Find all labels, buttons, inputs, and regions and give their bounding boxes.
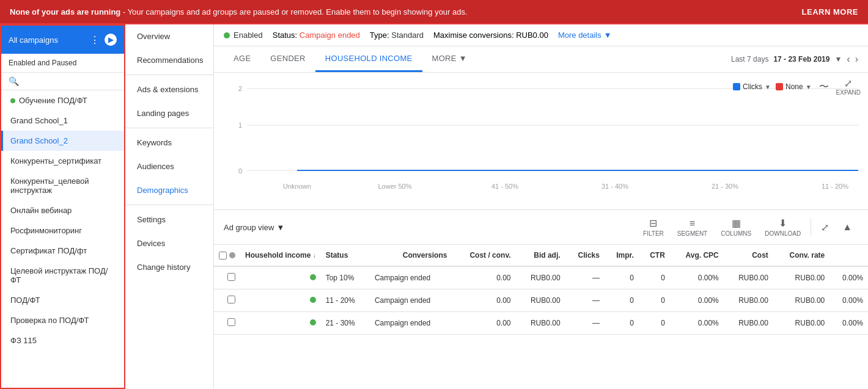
view-selector[interactable]: Ad group view ▼	[224, 223, 284, 232]
th-conv-rate[interactable]: Conv. rate	[773, 245, 829, 266]
chart-area: Clicks ▼ None ▼ 〜 ⤢ EXPAND	[214, 73, 868, 210]
row-cell-8: 0.00%	[829, 266, 868, 289]
more-details-button[interactable]: More details ▼	[558, 31, 612, 40]
th-status[interactable]: Status	[321, 245, 370, 266]
type-label-text: Type: Standard	[370, 31, 424, 40]
table-area: Ad group view ▼ ⊟ FILTER ≡ SEGMENT ▦	[214, 210, 868, 389]
row-cell-5: 0.00%	[670, 289, 724, 312]
date-dropdown-icon[interactable]: ▼	[834, 55, 842, 64]
nav-item-devices[interactable]: Devices	[125, 231, 213, 255]
sidebar-item-rosfin[interactable]: Росфинмониторинг	[1, 220, 124, 241]
learn-more-button[interactable]: LEARN MORE	[802, 7, 858, 16]
chevron-down-icon-more: ▼	[459, 54, 467, 63]
download-button[interactable]: ⬇ DOWNLOAD	[759, 215, 807, 239]
row-cell-7: RUB0.00	[773, 289, 829, 312]
svg-text:2: 2	[238, 85, 242, 92]
prev-date-arrow[interactable]: ‹	[847, 54, 850, 65]
maximize-label-text: Maximise conversions: RUB0.00	[433, 31, 548, 40]
chart-toolbar: Clicks ▼ None ▼ 〜 ⤢ EXPAND	[733, 78, 861, 96]
sidebar-item-fz115[interactable]: ФЗ 115	[1, 330, 124, 351]
sidebar-item-onlayn[interactable]: Онлайн вебинар	[1, 200, 124, 220]
nav-panel: OverviewRecommendationsAds & extensionsL…	[125, 24, 214, 389]
alert-bold: None of your ads are running	[10, 7, 120, 16]
nav-item-keywords[interactable]: Keywords	[125, 131, 213, 155]
row-checkbox-cell[interactable]	[214, 266, 240, 289]
collapse-icon[interactable]: ▶	[105, 34, 117, 46]
row-cell-2: —	[565, 266, 605, 289]
clicks-dropdown-icon[interactable]: ▼	[765, 84, 771, 90]
th-conversions[interactable]: Conversions	[370, 245, 452, 266]
more-options-icon[interactable]: ⋮	[90, 34, 100, 46]
trend-icon[interactable]: 〜	[817, 79, 831, 95]
row-cell-6: RUB0.00	[724, 289, 773, 312]
row-cell-5: 0.00%	[670, 312, 724, 335]
expand-table-button[interactable]: ⤢	[815, 219, 835, 236]
row-cell-2: —	[565, 289, 605, 312]
status-enabled: Enabled	[224, 31, 263, 40]
tab-gender[interactable]: GENDER	[260, 46, 315, 72]
segment-button[interactable]: ≡ SEGMENT	[671, 216, 713, 239]
nav-item-demographics[interactable]: Demographics	[125, 178, 213, 202]
nav-item-audiences[interactable]: Audiences	[125, 155, 213, 178]
sidebar-item-sertifikat[interactable]: Сертификат ПОД/фт	[1, 241, 124, 261]
none-legend[interactable]: None ▼	[776, 82, 812, 91]
row-checkbox[interactable]	[227, 318, 235, 326]
th-bid-adj[interactable]: Bid adj.	[516, 245, 565, 266]
row-checkbox[interactable]	[227, 296, 235, 304]
nav-item-overview[interactable]: Overview	[125, 24, 213, 48]
th-impr[interactable]: Impr.	[605, 245, 639, 266]
sidebar-item-label: Целевой инструктаж ПОД/ ФТ	[10, 266, 117, 285]
row-status-dot-cell	[240, 312, 321, 335]
th-cost[interactable]: Cost	[724, 245, 773, 266]
tab-household-income[interactable]: HOUSEHOLD INCOME	[315, 46, 422, 72]
sidebar-item-grand1[interactable]: Grand School_1	[1, 111, 124, 131]
row-checkbox-cell[interactable]	[214, 312, 240, 335]
sidebar-item-pod[interactable]: ПОД/ФТ	[1, 290, 124, 310]
row-status: Campaign ended	[370, 266, 452, 289]
sidebar-item-tselevoy[interactable]: Целевой инструктаж ПОД/ ФТ	[1, 261, 124, 290]
enabled-paused-label: Enabled and Paused	[9, 59, 76, 67]
sidebar-item-label: Grand School_1	[10, 116, 68, 125]
collapse-table-button[interactable]: ▲	[836, 219, 858, 235]
sidebar-header: All campaigns ⋮ ▶	[1, 26, 124, 54]
nav-item-changehistory[interactable]: Change history	[125, 255, 213, 279]
th-cost-conv[interactable]: Cost / conv.	[452, 245, 515, 266]
table-body: Top 10%Campaign ended0.00RUB0.00—000.00%…	[214, 266, 868, 335]
th-household-income[interactable]: Household income ↓	[240, 245, 321, 266]
svg-text:Lower 50%: Lower 50%	[378, 183, 411, 190]
sidebar-item-konkurenty[interactable]: Конкуренты_сертификат	[1, 151, 124, 171]
row-checkbox-cell[interactable]	[214, 289, 240, 312]
nav-item-landing[interactable]: Landing pages	[125, 101, 213, 125]
sidebar-item-konkts[interactable]: Конкуренты_целевой инструктаж	[1, 171, 124, 200]
tab-age[interactable]: AGE	[224, 46, 260, 72]
row-cell-8: 0.00%	[829, 289, 868, 312]
table-toolbar: Ad group view ▼ ⊟ FILTER ≡ SEGMENT ▦	[214, 210, 868, 245]
more-details-label: More details	[558, 31, 601, 40]
filter-button[interactable]: ⊟ FILTER	[637, 215, 670, 239]
select-all-checkbox[interactable]	[219, 252, 227, 260]
none-dropdown-icon[interactable]: ▼	[806, 84, 812, 90]
nav-item-settings[interactable]: Settings	[125, 208, 213, 231]
th-ctr[interactable]: CTR	[639, 245, 670, 266]
nav-item-recommendations[interactable]: Recommendations	[125, 48, 213, 72]
sidebar-item-grand2[interactable]: Grand School_2	[1, 131, 124, 151]
sidebar-item-label: Онлайн вебинар	[10, 206, 72, 215]
alert-rest: - Your campaigns and ad groups are pause…	[123, 7, 468, 16]
th-avg-cpc[interactable]: Avg. CPC	[670, 245, 724, 266]
next-date-arrow[interactable]: ›	[855, 54, 858, 65]
row-checkbox[interactable]	[227, 273, 235, 281]
row-status: Campaign ended	[370, 312, 452, 335]
expand-icon: ⤢	[844, 78, 852, 89]
sidebar-search[interactable]: 🔍	[1, 73, 124, 90]
th-clicks[interactable]: Clicks	[565, 245, 605, 266]
sidebar-item-obuchenie[interactable]: Обучение ПОД/ФТ	[1, 90, 124, 111]
clicks-legend[interactable]: Clicks ▼	[733, 82, 771, 91]
sidebar-item-proverka[interactable]: Проверка по ПОД/ФТ	[1, 310, 124, 330]
select-all-header[interactable]	[214, 245, 240, 266]
columns-button[interactable]: ▦ COLUMNS	[715, 215, 757, 239]
tab-more[interactable]: MORE ▼	[422, 46, 477, 72]
view-selector-label: Ad group view	[224, 223, 274, 232]
expand-chart-button[interactable]: ⤢ EXPAND	[836, 78, 861, 96]
content-area: OverviewRecommendationsAds & extensionsL…	[125, 24, 868, 389]
nav-item-ads[interactable]: Ads & extensions	[125, 78, 213, 101]
